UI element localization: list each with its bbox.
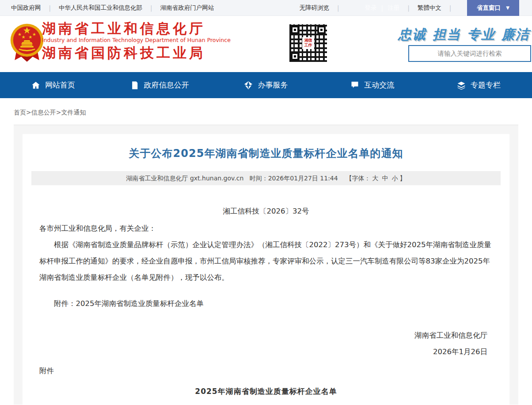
slogan-word: 忠诚 <box>398 27 426 42</box>
nav-item-gov-info[interactable]: 政府信息公开 <box>106 72 213 98</box>
qr-center-label: 湘信 工作 <box>302 37 314 49</box>
home-icon <box>31 81 40 90</box>
qr-finder <box>317 26 326 34</box>
nav-item-interaction[interactable]: 互动交流 <box>319 72 426 98</box>
breadcrumb[interactable]: 首页>信息公开>文件通知 <box>14 98 518 117</box>
slogan-banner: 忠诚担当专业廉洁 <box>392 26 530 44</box>
link-china-gov[interactable]: 中国政府网 <box>11 4 41 12</box>
divider: | <box>407 4 410 11</box>
main-nav: 网站首页 政府信息公开 办事服务 互动交流 专题专栏 <box>0 72 532 98</box>
appendix-label: 附件 <box>39 363 493 379</box>
link-miit[interactable]: 中华人民共和国工业和信息化部 <box>59 4 142 12</box>
meta-time-label: 时间： <box>250 175 268 182</box>
divider: | <box>49 4 51 11</box>
article-meta-bar: 湖南省工业和信息化厅 gxt.hunan.gov.cn 时间：2026年01月2… <box>31 171 501 185</box>
search-input[interactable] <box>409 50 530 57</box>
document-paragraph: 根据《湖南省制造业质量品牌标杆（示范）企业认定管理办法》（湘工信科技〔2022〕… <box>39 237 493 286</box>
site-brand: 湖南省工业和信息化厅 Industry and Information Tech… <box>42 20 231 61</box>
article-title: 关于公布2025年湖南省制造业质量标杆企业名单的通知 <box>31 146 501 160</box>
font-size-medium[interactable]: 中 <box>382 175 388 182</box>
nav-label: 政府信息公开 <box>144 80 189 90</box>
topbar-left-links: 中国政府网 | 中华人民共和国工业和信息化部 | 湖南省政府门户网站 <box>11 4 214 12</box>
provincial-window-label: 省直窗口 <box>477 4 501 12</box>
layers-icon <box>457 81 466 90</box>
divider: | <box>150 4 152 11</box>
meta-source: 湖南省工业和信息化厅 gxt.hunan.gov.cn <box>126 175 244 182</box>
meta-time: 2026年01月27日 11:44 <box>268 175 338 182</box>
nav-item-home[interactable]: 网站首页 <box>0 72 106 98</box>
signing-authority: 湖南省工业和信息化厅 <box>39 327 493 344</box>
dept-title-cn: 湖南省工业和信息化厅 <box>42 20 231 37</box>
meta-font-prefix: 【字体： <box>346 175 371 182</box>
provincial-window-dropdown[interactable]: 省直窗口 ▼ <box>467 0 519 16</box>
meta-font-suffix: 】 <box>400 175 406 182</box>
national-emblem-logo <box>10 20 44 66</box>
slogan-word: 担当 <box>433 27 461 42</box>
signing-date: 2026年1月26日 <box>39 344 493 360</box>
nav-label: 办事服务 <box>258 80 288 90</box>
site-search <box>408 45 531 62</box>
link-login[interactable]: 登录 <box>365 4 377 12</box>
nav-label: 互动交流 <box>364 80 394 90</box>
qr-code: 湘信 工作 <box>289 24 327 62</box>
link-register[interactable]: 注册 <box>388 4 399 12</box>
article-card: 关于公布2025年湖南省制造业质量标杆企业名单的通知 湖南省工业和信息化厅 gx… <box>23 134 509 405</box>
defense-bureau-title: 湖南省国防科技工业局 <box>42 44 231 61</box>
link-hunan-gov[interactable]: 湖南省政府门户网站 <box>160 4 214 12</box>
article-container: 关于公布2025年湖南省制造业质量标杆企业名单的通知 湖南省工业和信息化厅 gx… <box>14 125 518 405</box>
divider: | <box>449 4 452 11</box>
document-icon <box>130 81 139 90</box>
appendix-table-title: 2025年湖南省制造业质量标杆企业名单 <box>39 383 493 400</box>
chevron-down-icon: ▼ <box>506 5 509 10</box>
top-utility-bar: 中国政府网 | 中华人民共和国工业和信息化部 | 湖南省政府门户网站 无障碍浏览… <box>0 0 532 16</box>
nav-item-services[interactable]: 办事服务 <box>213 72 319 98</box>
font-size-large[interactable]: 大 <box>372 175 379 182</box>
slogan-word: 廉洁 <box>502 27 530 42</box>
service-icon <box>244 81 253 90</box>
document-body: 湘工信科技〔2026〕32号 各市州工业和信息化局，有关企业： 根据《湖南省制造… <box>39 203 493 405</box>
qr-finder <box>291 52 299 61</box>
dept-title-en: Industry and Information Technology Depa… <box>42 37 231 44</box>
divider: | <box>381 4 384 11</box>
divider: | <box>337 4 339 11</box>
nav-label: 专题专栏 <box>471 80 501 90</box>
document-number: 湘工信科技〔2026〕32号 <box>39 203 493 219</box>
font-size-small[interactable]: 小 <box>392 175 398 182</box>
topbar-right-links: 无障碍浏览 | 登录 | 注册 | 繁體中文 | 省直窗口 ▼ <box>300 0 532 16</box>
slogan-word: 专业 <box>467 27 495 42</box>
attachment-line[interactable]: 附件：2025年湖南省制造业质量标杆企业名单 <box>39 295 493 312</box>
qr-finder <box>291 26 299 34</box>
salutation: 各市州工业和信息化局，有关企业： <box>39 220 493 237</box>
nav-item-special-topics[interactable]: 专题专栏 <box>426 72 532 98</box>
site-header: 湖南省工业和信息化厅 Industry and Information Tech… <box>0 16 532 72</box>
link-accessibility[interactable]: 无障碍浏览 <box>300 4 330 12</box>
breadcrumb-container: 首页>信息公开>文件通知 <box>14 98 518 125</box>
chat-icon <box>350 81 359 90</box>
nav-label: 网站首页 <box>45 80 75 90</box>
link-traditional-chinese[interactable]: 繁體中文 <box>418 4 441 12</box>
